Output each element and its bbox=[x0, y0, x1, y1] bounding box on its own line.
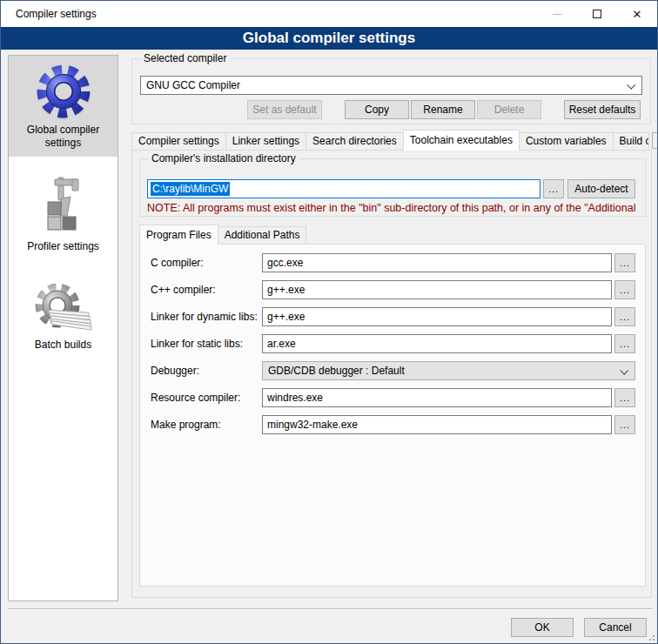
tab-search-directories[interactable]: Search directories bbox=[306, 132, 404, 151]
linker-static-browse-button[interactable]: ... bbox=[614, 334, 635, 353]
ok-button[interactable]: OK bbox=[511, 618, 574, 637]
debugger-dropdown[interactable]: GDB/CDB debugger : Default bbox=[262, 361, 635, 380]
resize-grip-icon[interactable] bbox=[647, 633, 655, 641]
compiler-settings-dialog: Compiler settings ✕ Global compiler sett… bbox=[0, 0, 658, 644]
cpp-compiler-label: C++ compiler: bbox=[151, 280, 216, 299]
selected-compiler-value: GNU GCC Compiler bbox=[146, 79, 240, 91]
c-compiler-label: C compiler: bbox=[151, 253, 204, 272]
auto-detect-button[interactable]: Auto-detect bbox=[567, 179, 635, 198]
tab-compiler-settings[interactable]: Compiler settings bbox=[131, 132, 226, 151]
program-files-panel: C compiler: ... C++ compiler: ... Linker… bbox=[139, 244, 646, 587]
cpp-compiler-input[interactable] bbox=[262, 280, 612, 299]
set-as-default-button[interactable]: Set as default bbox=[247, 100, 322, 119]
window-title: Compiler settings bbox=[16, 1, 97, 27]
maximize-icon bbox=[593, 10, 601, 18]
copy-button[interactable]: Copy bbox=[345, 100, 409, 119]
caliper-icon bbox=[36, 176, 91, 237]
compiler-tabs: Compiler settings Linker settings Search… bbox=[131, 130, 658, 151]
sidebar-item-global-compiler-settings[interactable]: Global compiler settings bbox=[9, 56, 118, 157]
tab-program-files[interactable]: Program Files bbox=[139, 225, 218, 245]
cancel-button[interactable]: Cancel bbox=[584, 618, 647, 637]
chevron-down-icon bbox=[620, 366, 628, 375]
linker-static-label: Linker for static libs: bbox=[151, 334, 243, 353]
dialog-banner-title: Global compiler settings bbox=[1, 27, 657, 50]
resource-compiler-browse-button[interactable]: ... bbox=[614, 388, 635, 407]
close-button[interactable]: ✕ bbox=[617, 1, 657, 27]
cpp-compiler-browse-button[interactable]: ... bbox=[614, 280, 635, 299]
resource-compiler-input[interactable] bbox=[262, 388, 612, 407]
reset-defaults-button[interactable]: Reset defaults bbox=[564, 100, 641, 119]
debugger-label: Debugger: bbox=[151, 361, 199, 380]
linker-dynamic-label: Linker for dynamic libs: bbox=[151, 307, 258, 326]
make-program-label: Make program: bbox=[151, 415, 221, 434]
debugger-value: GDB/CDB debugger : Default bbox=[268, 365, 405, 377]
tab-scroll-left-button[interactable] bbox=[652, 132, 658, 149]
footer-divider bbox=[8, 608, 652, 610]
installation-directory-note: NOTE: All programs must exist either in … bbox=[147, 202, 641, 214]
minimize-icon bbox=[553, 14, 562, 15]
installation-directory-input[interactable]: C:\raylib\MinGW bbox=[147, 179, 540, 198]
maximize-button[interactable] bbox=[577, 1, 617, 27]
sidebar-item-label: Batch builds bbox=[10, 339, 116, 352]
make-program-browse-button[interactable]: ... bbox=[614, 415, 635, 434]
tab-custom-variables[interactable]: Custom variables bbox=[519, 132, 614, 151]
tab-linker-settings[interactable]: Linker settings bbox=[225, 132, 306, 151]
delete-button[interactable]: Delete bbox=[477, 100, 541, 119]
installation-directory-value: C:\raylib\MinGW bbox=[151, 182, 230, 196]
linker-dynamic-input[interactable] bbox=[262, 307, 612, 326]
resource-compiler-label: Resource compiler: bbox=[151, 388, 240, 407]
sidebar-item-label: Profiler settings bbox=[10, 240, 116, 253]
sidebar-item-label: Global compiler settings bbox=[10, 124, 116, 150]
linker-static-input[interactable] bbox=[262, 334, 612, 353]
titlebar: Compiler settings ✕ bbox=[1, 1, 657, 27]
close-icon: ✕ bbox=[633, 8, 642, 21]
dialog-body: Global compiler settings bbox=[1, 50, 657, 643]
blue-gear-icon bbox=[35, 63, 92, 120]
installation-directory-group-label: Compiler's installation directory bbox=[148, 152, 299, 164]
program-tabs: Program Files Additional Paths bbox=[139, 225, 306, 245]
tab-build-options-truncated[interactable]: Build options bbox=[613, 132, 649, 151]
installation-directory-browse-button[interactable]: ... bbox=[543, 179, 564, 198]
gray-gear-papers-icon bbox=[35, 279, 92, 335]
installation-directory-group: Compiler's installation directory C:\ray… bbox=[139, 158, 646, 217]
c-compiler-browse-button[interactable]: ... bbox=[614, 253, 635, 272]
sidebar-item-batch-builds[interactable]: Batch builds bbox=[9, 272, 118, 359]
sidebar-item-profiler-settings[interactable]: Profiler settings bbox=[9, 169, 118, 260]
linker-dynamic-browse-button[interactable]: ... bbox=[614, 307, 635, 326]
toolchain-executables-panel: Compiler's installation directory C:\ray… bbox=[131, 150, 652, 598]
selected-compiler-dropdown[interactable]: GNU GCC Compiler bbox=[140, 76, 642, 95]
tab-toolchain-executables[interactable]: Toolchain executables bbox=[403, 130, 520, 151]
chevron-down-icon bbox=[627, 81, 635, 90]
tab-additional-paths[interactable]: Additional Paths bbox=[218, 226, 307, 245]
minimize-button[interactable] bbox=[537, 1, 577, 27]
rename-button[interactable]: Rename bbox=[411, 100, 475, 119]
selected-compiler-group-label: Selected compiler bbox=[140, 52, 230, 64]
c-compiler-input[interactable] bbox=[262, 253, 612, 272]
settings-category-list: Global compiler settings bbox=[8, 55, 118, 601]
make-program-input[interactable] bbox=[262, 415, 612, 434]
